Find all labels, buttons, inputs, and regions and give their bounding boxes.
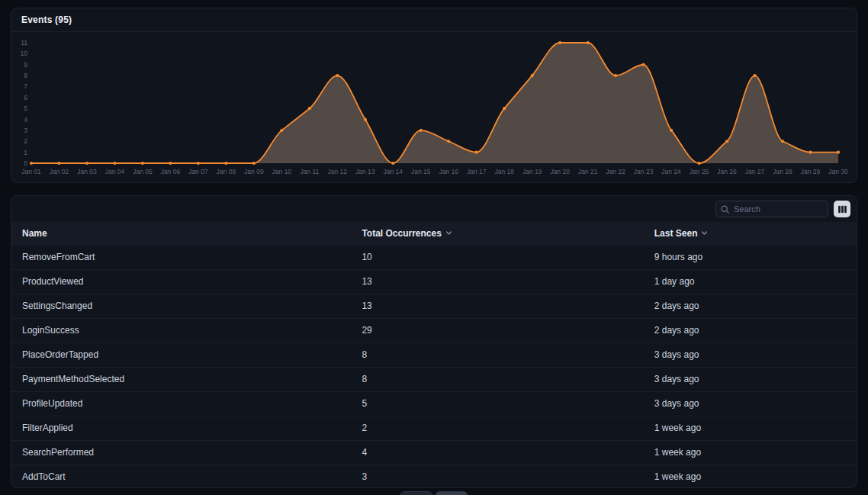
last-seen-cell: 3 days ago (644, 391, 857, 416)
columns-view-button[interactable] (834, 201, 850, 217)
data-point (697, 162, 700, 165)
event-name-cell: ProfileUpdated (11, 391, 351, 416)
column-label-name: Name (22, 228, 47, 239)
data-point (781, 140, 784, 143)
table-header-row: Name Total Occurrences Last Seen (11, 222, 857, 245)
x-axis-label: Jan 18 (494, 168, 514, 175)
x-axis-label: Jan 12 (328, 168, 348, 175)
table-row[interactable]: LoginSuccess292 days ago (11, 318, 857, 342)
data-point (447, 140, 450, 143)
last-seen-cell: 2 days ago (644, 318, 857, 342)
total-occurrences-cell: 8 (351, 342, 643, 367)
chevron-down-icon (445, 229, 453, 237)
last-seen-cell: 1 week ago (644, 464, 857, 488)
search-box[interactable] (715, 201, 828, 217)
area-fill (31, 43, 838, 163)
data-point (308, 107, 311, 110)
column-header-total-occurrences[interactable]: Total Occurrences (351, 222, 643, 245)
data-point (57, 162, 60, 165)
x-axis-label: Jan 11 (300, 168, 319, 175)
search-input[interactable] (715, 201, 828, 217)
y-axis-tick: 1 (24, 149, 27, 156)
y-axis-tick: 3 (24, 127, 27, 134)
data-point (280, 129, 283, 132)
data-point (197, 162, 200, 165)
table-row[interactable]: SearchPerformed41 week ago (11, 440, 857, 464)
data-point (503, 107, 506, 110)
y-axis-tick: 0 (24, 159, 27, 167)
x-axis-label: Jan 05 (133, 168, 153, 175)
column-label-total-occurrences: Total Occurrences (362, 228, 441, 239)
x-axis-label: Jan 29 (801, 168, 821, 175)
x-axis-label: Jan 10 (272, 168, 292, 175)
data-point (336, 74, 339, 77)
last-seen-cell: 1 week ago (644, 440, 857, 464)
x-axis-label: Jan 13 (355, 168, 375, 175)
events-panel-title: Events (95) (21, 14, 72, 25)
data-point (725, 140, 728, 143)
total-occurrences-cell: 2 (351, 416, 643, 440)
events-table: Name Total Occurrences Last Seen (11, 222, 857, 488)
x-axis-label: Jan 23 (634, 168, 654, 175)
y-axis-tick: 8 (24, 72, 27, 79)
event-name-cell: AddToCart (11, 464, 351, 488)
x-axis-label: Jan 19 (522, 168, 542, 175)
data-point (642, 63, 645, 66)
events-panel-header: Events (95) (11, 8, 857, 32)
data-point (809, 151, 812, 154)
column-header-last-seen[interactable]: Last Seen (644, 222, 857, 245)
events-table-panel: Name Total Occurrences Last Seen (11, 195, 857, 488)
y-axis-tick: 9 (24, 61, 27, 69)
x-axis-label: Jan 08 (217, 168, 236, 175)
table-row[interactable]: AddToCart31 week ago (11, 464, 857, 488)
data-point (85, 162, 88, 165)
data-point (169, 162, 172, 165)
last-seen-cell: 3 days ago (644, 367, 857, 391)
events-panel: Events (95) 01234567891011Jan 01Jan 02Ja… (11, 8, 857, 183)
y-axis-tick: 5 (24, 104, 27, 112)
event-name-cell: LoginSuccess (11, 318, 351, 342)
data-point (475, 151, 478, 154)
data-point (670, 129, 673, 132)
y-axis-tick: 2 (24, 137, 27, 145)
data-point (531, 74, 534, 77)
x-axis-label: Jan 22 (606, 168, 625, 175)
table-row[interactable]: SettingsChanged132 days ago (11, 294, 857, 318)
data-point (558, 41, 561, 44)
total-occurrences-cell: 29 (351, 318, 643, 342)
event-name-cell: RemoveFromCart (11, 245, 351, 269)
table-row[interactable]: FilterApplied21 week ago (11, 416, 857, 440)
table-row[interactable]: PaymentMethodSelected83 days ago (11, 367, 857, 391)
table-row[interactable]: ProfileUpdated53 days ago (11, 391, 857, 416)
event-name-cell: ProductViewed (11, 269, 351, 294)
total-occurrences-cell: 10 (351, 245, 643, 269)
event-name-cell: FilterApplied (11, 416, 351, 440)
y-axis-tick: 4 (24, 116, 27, 124)
pagination-next-button[interactable] (436, 491, 468, 495)
total-occurrences-cell: 4 (351, 440, 643, 464)
x-axis-label: Jan 09 (244, 168, 264, 175)
data-point (224, 162, 227, 165)
event-name-cell: SearchPerformed (11, 440, 351, 464)
pagination-previous-button[interactable] (400, 491, 433, 495)
last-seen-cell: 3 days ago (644, 342, 857, 367)
data-point (113, 162, 116, 165)
x-axis-label: Jan 16 (439, 168, 458, 175)
y-axis-tick: 6 (24, 94, 27, 101)
table-row[interactable]: RemoveFromCart109 hours ago (11, 245, 857, 269)
y-axis-tick: 10 (21, 50, 28, 57)
data-point (753, 74, 756, 77)
last-seen-cell: 1 week ago (644, 416, 857, 440)
table-row[interactable]: ProductViewed131 day ago (11, 269, 857, 294)
x-axis-label: Jan 15 (411, 168, 431, 175)
x-axis-label: Jan 03 (77, 168, 97, 175)
search-icon (720, 204, 730, 214)
last-seen-cell: 9 hours ago (644, 245, 857, 269)
table-row[interactable]: PlaceOrderTapped83 days ago (11, 342, 857, 367)
data-point (252, 162, 256, 165)
total-occurrences-cell: 13 (351, 294, 643, 318)
columns-icon (837, 204, 847, 214)
x-axis-label: Jan 07 (188, 168, 208, 175)
column-header-name[interactable]: Name (11, 222, 351, 245)
total-occurrences-cell: 8 (351, 367, 643, 391)
